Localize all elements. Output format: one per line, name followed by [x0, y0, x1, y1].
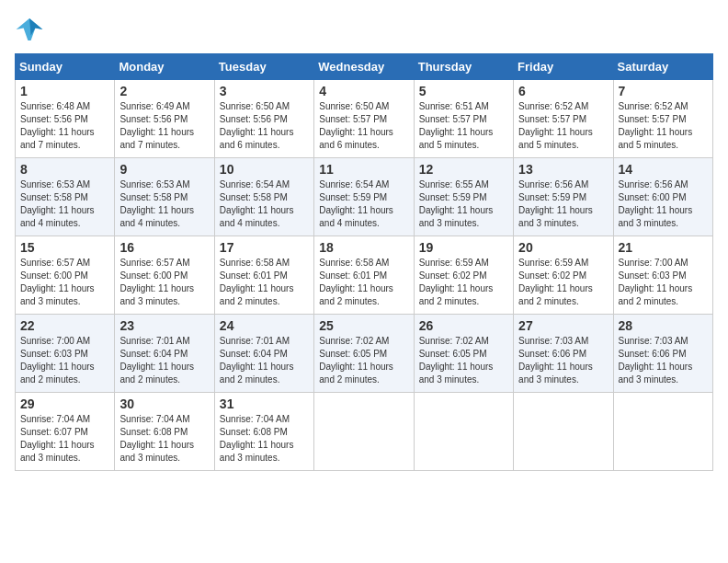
day-number: 27	[518, 318, 608, 333]
calendar-cell: 22Sunrise: 7:00 AMSunset: 6:03 PMDayligh…	[16, 315, 115, 393]
day-number: 31	[220, 396, 309, 411]
day-info: Sunrise: 7:02 AMSunset: 6:05 PMDaylight:…	[319, 335, 408, 386]
day-info: Sunrise: 6:56 AMSunset: 5:59 PMDaylight:…	[518, 178, 608, 230]
weekday-header: Thursday	[414, 54, 513, 80]
day-number: 23	[119, 318, 209, 333]
day-info: Sunrise: 6:53 AMSunset: 5:58 PMDaylight:…	[119, 178, 209, 230]
calendar-cell: 2Sunrise: 6:49 AMSunset: 5:56 PMDaylight…	[115, 80, 214, 158]
day-number: 29	[20, 396, 109, 411]
weekday-header: Wednesday	[314, 54, 414, 80]
day-number: 30	[119, 396, 209, 411]
day-number: 7	[619, 84, 708, 98]
calendar-cell: 1Sunrise: 6:48 AMSunset: 5:56 PMDaylight…	[16, 80, 115, 158]
day-info: Sunrise: 6:52 AMSunset: 5:57 PMDaylight:…	[518, 100, 608, 152]
day-info: Sunrise: 6:57 AMSunset: 6:00 PMDaylight:…	[119, 257, 209, 308]
day-info: Sunrise: 6:48 AMSunset: 5:56 PMDaylight:…	[20, 100, 109, 152]
calendar-cell	[514, 393, 613, 471]
calendar-cell: 29Sunrise: 7:04 AMSunset: 6:07 PMDayligh…	[16, 393, 115, 471]
day-info: Sunrise: 6:50 AMSunset: 5:56 PMDaylight:…	[220, 100, 309, 152]
day-info: Sunrise: 6:55 AMSunset: 5:59 PMDaylight:…	[419, 178, 508, 230]
calendar-cell	[314, 393, 414, 471]
calendar-cell: 6Sunrise: 6:52 AMSunset: 5:57 PMDaylight…	[514, 80, 613, 158]
day-number: 21	[619, 240, 708, 255]
calendar-cell: 12Sunrise: 6:55 AMSunset: 5:59 PMDayligh…	[414, 158, 513, 236]
day-info: Sunrise: 6:53 AMSunset: 5:58 PMDaylight:…	[20, 178, 109, 230]
day-info: Sunrise: 7:04 AMSunset: 6:08 PMDaylight:…	[220, 413, 309, 465]
calendar-table: SundayMondayTuesdayWednesdayThursdayFrid…	[15, 53, 713, 471]
calendar-week-row: 29Sunrise: 7:04 AMSunset: 6:07 PMDayligh…	[16, 393, 713, 471]
calendar-cell: 23Sunrise: 7:01 AMSunset: 6:04 PMDayligh…	[115, 315, 214, 393]
day-number: 5	[419, 84, 508, 98]
calendar-week-row: 8Sunrise: 6:53 AMSunset: 5:58 PMDaylight…	[16, 158, 713, 236]
day-info: Sunrise: 6:58 AMSunset: 6:01 PMDaylight:…	[220, 257, 309, 308]
day-info: Sunrise: 6:59 AMSunset: 6:02 PMDaylight:…	[419, 257, 508, 308]
calendar-week-row: 1Sunrise: 6:48 AMSunset: 5:56 PMDaylight…	[16, 80, 713, 158]
day-number: 15	[20, 240, 109, 255]
calendar-cell: 28Sunrise: 7:03 AMSunset: 6:06 PMDayligh…	[613, 315, 712, 393]
calendar-cell: 20Sunrise: 6:59 AMSunset: 6:02 PMDayligh…	[514, 236, 613, 315]
weekday-header: Friday	[514, 54, 613, 80]
day-info: Sunrise: 7:01 AMSunset: 6:04 PMDaylight:…	[220, 335, 309, 386]
logo	[15, 15, 48, 44]
day-info: Sunrise: 6:57 AMSunset: 6:00 PMDaylight:…	[20, 257, 109, 308]
calendar-cell: 25Sunrise: 7:02 AMSunset: 6:05 PMDayligh…	[314, 315, 414, 393]
day-number: 26	[419, 318, 508, 333]
svg-marker-0	[17, 18, 43, 40]
calendar-cell: 24Sunrise: 7:01 AMSunset: 6:04 PMDayligh…	[214, 315, 313, 393]
day-info: Sunrise: 7:03 AMSunset: 6:06 PMDaylight:…	[518, 335, 608, 386]
svg-marker-1	[29, 18, 42, 35]
day-number: 28	[619, 318, 708, 333]
day-number: 10	[220, 162, 309, 177]
page-header	[15, 15, 713, 44]
day-number: 25	[319, 318, 408, 333]
calendar-cell: 17Sunrise: 6:58 AMSunset: 6:01 PMDayligh…	[214, 236, 313, 315]
calendar-cell: 18Sunrise: 6:58 AMSunset: 6:01 PMDayligh…	[314, 236, 414, 315]
weekday-header: Saturday	[613, 54, 712, 80]
day-number: 19	[419, 240, 508, 255]
day-info: Sunrise: 6:49 AMSunset: 5:56 PMDaylight:…	[119, 100, 209, 152]
day-number: 6	[518, 84, 608, 98]
day-info: Sunrise: 6:59 AMSunset: 6:02 PMDaylight:…	[518, 257, 608, 308]
calendar-cell: 3Sunrise: 6:50 AMSunset: 5:56 PMDaylight…	[214, 80, 313, 158]
calendar-week-row: 22Sunrise: 7:00 AMSunset: 6:03 PMDayligh…	[16, 315, 713, 393]
calendar-cell: 14Sunrise: 6:56 AMSunset: 6:00 PMDayligh…	[613, 158, 712, 236]
day-info: Sunrise: 7:01 AMSunset: 6:04 PMDaylight:…	[119, 335, 209, 386]
calendar-cell: 7Sunrise: 6:52 AMSunset: 5:57 PMDaylight…	[613, 80, 712, 158]
day-info: Sunrise: 6:50 AMSunset: 5:57 PMDaylight:…	[319, 100, 408, 152]
day-number: 13	[518, 162, 608, 177]
day-number: 14	[619, 162, 708, 177]
calendar-cell: 30Sunrise: 7:04 AMSunset: 6:08 PMDayligh…	[115, 393, 214, 471]
calendar-cell: 4Sunrise: 6:50 AMSunset: 5:57 PMDaylight…	[314, 80, 414, 158]
day-number: 2	[119, 84, 209, 98]
day-info: Sunrise: 6:54 AMSunset: 5:58 PMDaylight:…	[220, 178, 309, 230]
day-info: Sunrise: 6:56 AMSunset: 6:00 PMDaylight:…	[619, 178, 708, 230]
day-info: Sunrise: 6:51 AMSunset: 5:57 PMDaylight:…	[419, 100, 508, 152]
calendar-cell	[414, 393, 513, 471]
day-number: 11	[319, 162, 408, 177]
day-number: 16	[119, 240, 209, 255]
day-number: 3	[220, 84, 309, 98]
day-number: 20	[518, 240, 608, 255]
calendar-cell: 16Sunrise: 6:57 AMSunset: 6:00 PMDayligh…	[115, 236, 214, 315]
calendar-cell: 19Sunrise: 6:59 AMSunset: 6:02 PMDayligh…	[414, 236, 513, 315]
day-number: 4	[319, 84, 408, 98]
day-number: 12	[419, 162, 508, 177]
day-number: 24	[220, 318, 309, 333]
calendar-cell: 5Sunrise: 6:51 AMSunset: 5:57 PMDaylight…	[414, 80, 513, 158]
weekday-header: Sunday	[16, 54, 115, 80]
day-number: 17	[220, 240, 309, 255]
day-info: Sunrise: 6:58 AMSunset: 6:01 PMDaylight:…	[319, 257, 408, 308]
day-info: Sunrise: 6:52 AMSunset: 5:57 PMDaylight:…	[619, 100, 708, 152]
calendar-week-row: 15Sunrise: 6:57 AMSunset: 6:00 PMDayligh…	[16, 236, 713, 315]
calendar-cell: 15Sunrise: 6:57 AMSunset: 6:00 PMDayligh…	[16, 236, 115, 315]
calendar-cell: 21Sunrise: 7:00 AMSunset: 6:03 PMDayligh…	[613, 236, 712, 315]
logo-icon	[15, 15, 44, 44]
calendar-cell: 31Sunrise: 7:04 AMSunset: 6:08 PMDayligh…	[214, 393, 313, 471]
calendar-cell: 10Sunrise: 6:54 AMSunset: 5:58 PMDayligh…	[214, 158, 313, 236]
day-number: 9	[119, 162, 209, 177]
calendar-cell: 8Sunrise: 6:53 AMSunset: 5:58 PMDaylight…	[16, 158, 115, 236]
calendar-cell	[613, 393, 712, 471]
weekday-header: Tuesday	[214, 54, 313, 80]
calendar-header-row: SundayMondayTuesdayWednesdayThursdayFrid…	[16, 54, 713, 80]
day-info: Sunrise: 7:03 AMSunset: 6:06 PMDaylight:…	[619, 335, 708, 386]
